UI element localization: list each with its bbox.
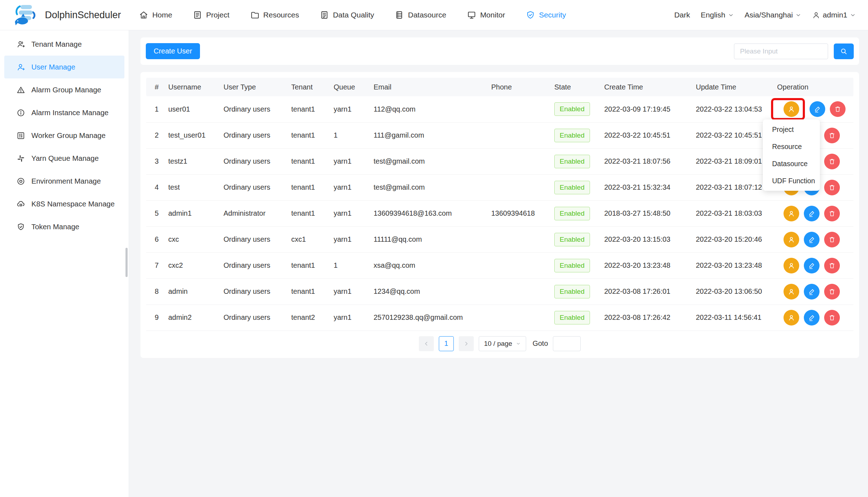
trash-icon [828,184,836,191]
edit-user-button[interactable] [804,310,820,326]
delete-user-button[interactable] [824,232,840,247]
edit-user-button[interactable] [804,258,820,273]
status-badge: Enabled [554,155,590,168]
sidebar-item-user-manage[interactable]: User Manage [4,56,124,78]
delete-user-button[interactable] [824,128,840,143]
search-button[interactable] [834,43,854,59]
col-update-time: Update Time [691,78,772,96]
delete-user-button[interactable] [824,258,840,273]
nav-item-resources[interactable]: Resources [240,0,309,30]
page-size-select[interactable]: 10 / page [479,336,526,351]
cell-user-type: Ordinary users [219,174,286,200]
monitor-icon [467,10,476,20]
chevron-down-icon [516,341,521,346]
nav-item-project[interactable]: Project [183,0,240,30]
nav-item-security[interactable]: Security [515,0,576,30]
worker-group-icon [16,131,25,140]
datasource-icon [395,10,404,20]
nav-item-home[interactable]: Home [129,0,183,30]
table-row: 9 admin2 Ordinary users tenant2 yarn1 25… [146,304,853,331]
sidebar-item-label: Alarm Group Manage [31,86,101,94]
menu-item-datasource[interactable]: Datasource [763,155,820,172]
delete-user-button[interactable] [824,310,840,326]
cell-tenant: tenant2 [286,304,329,331]
menu-item-resource[interactable]: Resource [763,138,820,155]
trash-icon [828,262,836,270]
sidebar-item-label: Alarm Instance Manage [31,108,109,117]
sidebar-item-yarn-queue-manage[interactable]: Yarn Queue Manage [4,147,124,170]
table-row: 3 testz1 Ordinary users tenant1 yarn1 te… [146,148,853,174]
nav-item-label: Home [152,11,172,19]
authorize-user-button[interactable] [784,206,799,221]
language-select[interactable]: English [701,11,734,19]
cell-queue: 1 [329,122,369,148]
page-number-1[interactable]: 1 [439,336,454,351]
timezone-select[interactable]: Asia/Shanghai [745,11,801,19]
authorize-user-button[interactable] [784,258,799,273]
delete-user-button[interactable] [824,154,840,169]
delete-user-button[interactable] [824,206,840,221]
next-page-button[interactable] [459,336,474,351]
user-table-card: # Username User Type Tenant Queue Email … [140,72,859,358]
status-badge: Enabled [554,311,590,324]
cell-queue: yarn1 [329,200,369,226]
table-row: 5 admin1 Administrator tenant1 yarn1 136… [146,200,853,226]
menu-item-udf-function[interactable]: UDF Function [763,172,820,189]
sidebar-item-k8s-namespace-manage[interactable]: K8S Namespace Manage [4,193,124,215]
sidebar-item-environment-manage[interactable]: Environment Manage [4,170,124,193]
trash-icon [828,158,836,165]
sidebar-item-token-manage[interactable]: Token Manage [4,215,124,238]
col-phone: Phone [486,78,549,96]
search-icon [840,47,848,55]
nav-item-data-quality[interactable]: Data Quality [309,0,385,30]
cell-state: Enabled [549,278,599,304]
cell-operation [772,304,853,331]
nav-item-label: Resources [263,11,299,19]
authorize-user-button[interactable] [784,101,799,117]
theme-toggle[interactable]: Dark [674,11,690,19]
cell-phone [486,174,549,200]
trash-icon [828,288,836,296]
status-badge: Enabled [554,102,590,116]
prev-page-button[interactable] [419,336,434,351]
edit-user-button[interactable] [810,101,825,117]
cell-tenant: tenant1 [286,200,329,226]
nav-item-datasource[interactable]: Datasource [384,0,456,30]
cell-email: xsa@qq.com [369,252,486,278]
sidebar-scrollbar-thumb[interactable] [125,248,128,277]
authorize-user-button[interactable] [784,310,799,326]
nav-item-monitor[interactable]: Monitor [457,0,515,30]
edit-user-button[interactable] [804,232,820,247]
cell-username: admin [163,278,219,304]
authorize-user-button[interactable] [784,232,799,247]
edit-user-button[interactable] [804,206,820,221]
cell-state: Enabled [549,96,599,122]
table-header: # Username User Type Tenant Queue Email … [146,78,853,96]
table-row: 6 cxc Ordinary users cxc1 yarn1 11111@qq… [146,226,853,252]
delete-user-button[interactable] [830,101,846,117]
cell-username: admin2 [163,304,219,331]
cell-username: test_user01 [163,122,219,148]
goto-page-input[interactable] [553,336,581,351]
top-navigation-bar: DolphinScheduler Home Project Resources … [0,0,868,30]
cell-email: 111@gamil.com [369,122,486,148]
cell-update-time: 2022-03-11 14:56:41 [691,304,772,331]
user-menu[interactable]: admin1 [812,11,856,19]
col-user-type: User Type [219,78,286,96]
cell-operation [772,200,853,226]
search-input[interactable] [734,43,828,59]
sidebar-item-alarm-instance-manage[interactable]: Alarm Instance Manage [4,101,124,124]
delete-user-button[interactable] [824,284,840,299]
delete-user-button[interactable] [824,180,840,195]
menu-item-project[interactable]: Project [763,121,820,138]
cell-index: 8 [146,278,163,304]
sidebar-item-alarm-group-manage[interactable]: Alarm Group Manage [4,78,124,101]
create-user-button[interactable]: Create User [146,43,200,59]
cell-update-time: 2022-03-22 13:04:53 [691,96,772,122]
edit-user-button[interactable] [804,284,820,299]
sidebar-item-worker-group-manage[interactable]: Worker Group Manage [4,124,124,147]
tenant-icon [16,40,25,49]
authorize-user-button[interactable] [784,284,799,299]
sidebar-item-tenant-manage[interactable]: Tenant Manage [4,33,124,56]
app-logo: DolphinScheduler [12,4,121,26]
